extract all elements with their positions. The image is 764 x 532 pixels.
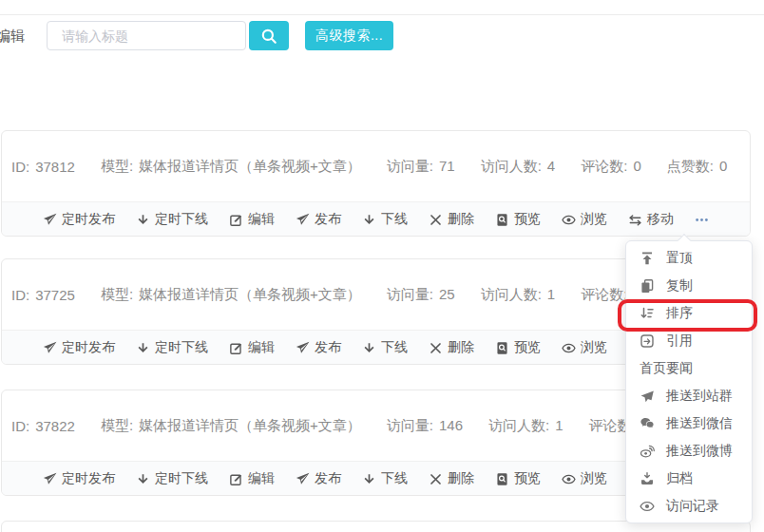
arrow-down-icon (362, 213, 376, 227)
ellipsis-icon (695, 213, 709, 227)
stat: 访问量:146 (387, 417, 463, 435)
menu-item-archive[interactable]: 归档 (626, 465, 752, 492)
stat: 点赞数:0 (667, 158, 728, 176)
action-edit[interactable]: 编辑 (229, 211, 275, 228)
stat: 模型:媒体报道详情页（单条视频+文章） (101, 417, 361, 435)
close-icon (429, 341, 443, 355)
arrow-down-icon (136, 213, 150, 227)
paper-plane-icon (296, 341, 310, 355)
stat: 访问量:71 (387, 158, 455, 176)
advanced-search-button[interactable]: 高级搜索... (305, 21, 393, 50)
action-preview[interactable]: 预览 (495, 211, 541, 228)
edit-icon (229, 472, 243, 486)
action-publish[interactable]: 发布 (296, 211, 341, 228)
action-publish[interactable]: 发布 (296, 470, 341, 487)
action-offline[interactable]: 下线 (362, 339, 408, 356)
archive-icon (640, 471, 655, 486)
action-bar: 定时发布定时下线编辑发布下线删除预览浏览移动 (2, 201, 750, 237)
stat: ID:37812 (11, 159, 75, 175)
stat: 访问量:25 (387, 286, 455, 304)
menu-item-copy[interactable]: 复制 (626, 272, 752, 299)
sort-icon (640, 306, 655, 321)
arrow-down-icon (362, 341, 376, 355)
edit-toolbar-label[interactable]: 编辑 (0, 28, 25, 46)
search-button[interactable] (249, 21, 289, 50)
eye-icon (562, 472, 576, 486)
action-delete[interactable]: 删除 (429, 211, 474, 228)
action-schedule-publish[interactable]: 定时发布 (43, 211, 115, 228)
edit-icon (229, 341, 243, 355)
dropdown-menu: 置顶复制排序引用首页要闻推送到站群推送到微信推送到微博归档访问记录 (625, 240, 753, 523)
copy-icon (640, 278, 655, 294)
arrow-down-icon (362, 472, 376, 486)
action-edit[interactable]: 编辑 (229, 470, 275, 487)
content-card: ID:37812模型:媒体报道详情页（单条视频+文章）访问量:71访问人数:4评… (1, 130, 751, 237)
arrow-down-icon (136, 341, 150, 355)
arrow-down-icon (136, 472, 150, 486)
magnifier-icon (260, 28, 277, 45)
action-edit[interactable]: 编辑 (229, 339, 275, 356)
action-publish[interactable]: 发布 (296, 339, 341, 356)
action-delete[interactable]: 删除 (429, 470, 474, 487)
eye-icon (640, 499, 655, 514)
menu-item-sort[interactable]: 排序 (626, 299, 752, 327)
stat: 访问人数:1 (481, 286, 556, 304)
action-move[interactable]: 移动 (628, 211, 674, 228)
menu-item-push-weibo[interactable]: 推送到微博 (626, 437, 752, 465)
action-schedule-offline[interactable]: 定时下线 (136, 470, 208, 487)
action-schedule-offline[interactable]: 定时下线 (136, 339, 208, 356)
paper-plane-icon (43, 213, 57, 227)
weibo-icon (640, 444, 655, 459)
action-offline[interactable]: 下线 (362, 470, 408, 487)
pin-top-icon (640, 251, 655, 266)
action-browse[interactable]: 浏览 (562, 211, 607, 228)
action-schedule-publish[interactable]: 定时发布 (43, 470, 115, 487)
move-icon (628, 213, 642, 227)
paper-plane-icon (43, 341, 57, 355)
stat: 访问人数:1 (488, 417, 563, 435)
paper-plane-icon (296, 213, 310, 227)
action-schedule-offline[interactable]: 定时下线 (136, 211, 208, 228)
paper-plane-icon (296, 472, 310, 486)
more-button[interactable] (695, 213, 709, 227)
paper-plane-icon (43, 472, 57, 486)
menu-item-visit-log[interactable]: 访问记录 (626, 492, 752, 520)
stat: 模型:媒体报道详情页（单条视频+文章） (101, 286, 361, 304)
card-stats: ID:37812模型:媒体报道详情页（单条视频+文章）访问量:71访问人数:4评… (2, 131, 750, 201)
action-offline[interactable]: 下线 (362, 211, 408, 228)
stat: ID:37725 (11, 287, 75, 303)
page: 编辑 高级搜索... ID:37812模型:媒体报道详情页（单条视频+文章）访问… (0, 0, 764, 532)
menu-item-quote[interactable]: 引用 (626, 327, 752, 354)
stat: 访问人数:4 (481, 158, 556, 176)
stat: 评论数:0 (581, 158, 641, 176)
eye-icon (562, 213, 576, 227)
action-browse[interactable]: 浏览 (562, 470, 607, 487)
action-browse[interactable]: 浏览 (562, 339, 607, 356)
quote-icon (640, 333, 655, 349)
eye-icon (562, 341, 576, 355)
preview-icon (495, 213, 509, 227)
edit-icon (229, 213, 243, 227)
menu-item-push-wechat[interactable]: 推送到微信 (626, 409, 752, 437)
stat: ID:37822 (11, 418, 75, 434)
search-input[interactable] (47, 21, 246, 50)
action-delete[interactable]: 删除 (429, 339, 474, 356)
menu-item-homepage-news[interactable]: 首页要闻 (626, 354, 752, 382)
close-icon (429, 472, 443, 486)
stat: 模型:媒体报道详情页（单条视频+文章） (101, 158, 361, 176)
action-preview[interactable]: 预览 (495, 470, 541, 487)
action-schedule-publish[interactable]: 定时发布 (43, 339, 115, 356)
wechat-icon (640, 416, 655, 431)
preview-icon (495, 341, 509, 355)
send-icon (640, 389, 655, 404)
menu-item-push-site-group[interactable]: 推送到站群 (626, 382, 752, 409)
close-icon (429, 213, 443, 227)
action-preview[interactable]: 预览 (495, 339, 541, 356)
menu-item-pin-top[interactable]: 置顶 (626, 244, 752, 272)
preview-icon (495, 472, 509, 486)
